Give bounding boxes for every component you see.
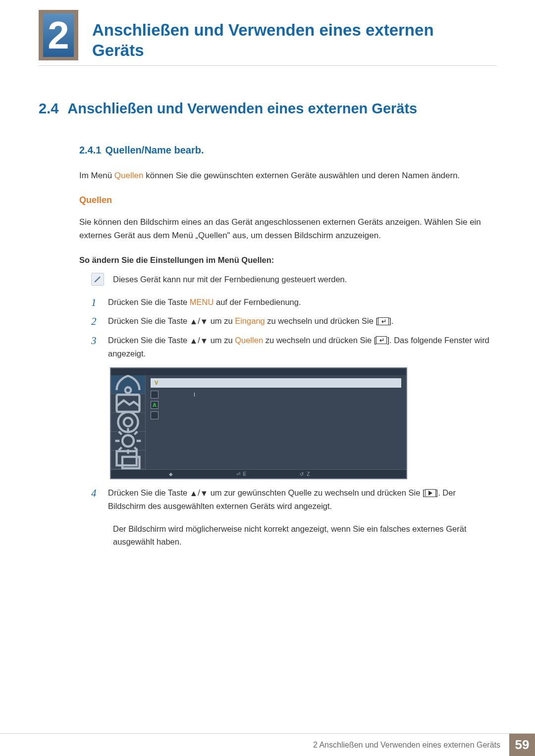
quellen-subheading: Quellen <box>79 195 491 205</box>
arrow-down-icon: ▼ <box>200 334 208 348</box>
osd-back-icon: ↺Z <box>300 471 348 478</box>
step-4: 4 Drücken Sie die Taste ▲/▼ um zur gewün… <box>91 486 491 513</box>
note-icon <box>91 273 104 286</box>
section-heading: 2.4Anschließen und Verwenden eines exter… <box>39 101 496 117</box>
step-1: 1 Drücken Sie die Taste MENU auf der Fer… <box>91 296 491 309</box>
step-number: 1 <box>91 296 101 309</box>
arrow-up-icon: ▲ <box>190 315 198 328</box>
step-text: Drücken Sie die Taste ▲/▼ um zu Quellen … <box>108 334 491 360</box>
steps-list: 1 Drücken Sie die Taste MENU auf der Fer… <box>91 296 491 513</box>
chapter-number: 2 <box>43 13 74 57</box>
osd-row: A <box>151 401 401 409</box>
section-title: Anschließen und Verwenden eines externen… <box>67 101 417 116</box>
osd-main: V I A <box>146 375 406 469</box>
step-2: 2 Drücken Sie die Taste ▲/▼ um zu Eingan… <box>91 314 491 328</box>
osd-nav-icon: ◆ <box>169 471 221 478</box>
svg-rect-5 <box>117 451 137 465</box>
osd-row <box>151 411 401 419</box>
step-number: 4 <box>91 486 101 500</box>
subsection-number: 2.4.1 <box>79 145 101 155</box>
step-text: Drücken Sie die Taste MENU auf der Fernb… <box>108 296 301 309</box>
enter-icon <box>378 317 389 325</box>
arrow-up-icon: ▲ <box>190 487 198 500</box>
step-number: 3 <box>91 334 101 348</box>
quellen-paragraph: Sie können den Bildschirm eines an das G… <box>79 215 491 242</box>
note-wrong-device: Der Bildschirm wird möglicherweise nicht… <box>91 522 491 549</box>
osd-bottombar: ◆ ⏎E ↺Z <box>111 469 406 478</box>
chapter-header: 2 Anschließen und Verwenden eines extern… <box>39 10 496 63</box>
play-icon <box>425 489 436 497</box>
page-footer: 2 Anschließen und Verwenden eines extern… <box>0 733 535 756</box>
osd-sidebar <box>111 375 146 469</box>
subsection-heading: 2.4.1Quellen/Name bearb. <box>79 145 496 156</box>
step-3: 3 Drücken Sie die Taste ▲/▼ um zu Quelle… <box>91 334 491 360</box>
header-divider <box>39 65 496 66</box>
keyword-quellen: Quellen <box>114 171 144 180</box>
osd-menu-screenshot: V I A ◆ ⏎E ↺Z <box>110 367 407 479</box>
howto-heading: So ändern Sie die Einstellungen im Menü … <box>79 255 491 265</box>
footer-page-number: 59 <box>509 734 535 756</box>
arrow-down-icon: ▼ <box>200 487 208 500</box>
section-number: 2.4 <box>39 101 58 116</box>
step-number: 2 <box>91 314 101 328</box>
osd-row: I <box>151 391 401 399</box>
arrow-down-icon: ▼ <box>200 315 208 328</box>
osd-multi-icon <box>111 451 145 469</box>
note-text: Dieses Gerät kann nur mit der Fernbedien… <box>113 273 347 286</box>
note-text: Der Bildschirm wird möglicherweise nicht… <box>113 522 491 549</box>
enter-icon <box>376 336 387 344</box>
arrow-up-icon: ▲ <box>190 334 198 348</box>
note-remote-only: Dieses Gerät kann nur mit der Fernbedien… <box>91 273 491 286</box>
step-text: Drücken Sie die Taste ▲/▼ um zur gewünsc… <box>108 486 491 513</box>
osd-selected-row: V <box>151 378 401 388</box>
footer-text: 2 Anschließen und Verwenden eines extern… <box>313 734 509 756</box>
intro-paragraph: Im Menü Quellen können Sie die gewünscht… <box>79 169 491 182</box>
chapter-title: Anschließen und Verwenden eines externen… <box>92 20 469 61</box>
chapter-badge: 2 <box>39 10 78 60</box>
subsection-title: Quellen/Name bearb. <box>105 145 204 155</box>
osd-enter-icon: ⏎E <box>236 471 285 478</box>
step-text: Drücken Sie die Taste ▲/▼ um zu Eingang … <box>108 314 393 328</box>
